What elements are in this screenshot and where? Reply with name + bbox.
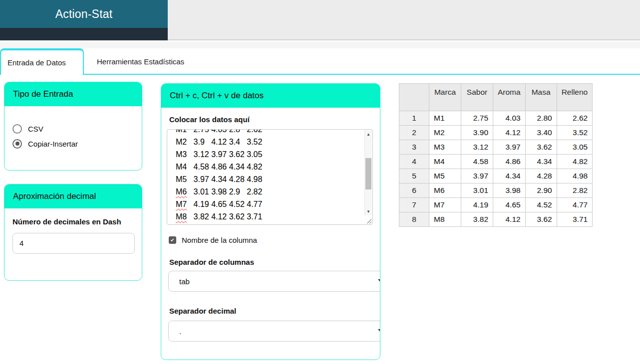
radio-button-csv[interactable] [12,124,22,134]
column-name-checkbox-label: Nombre de la columna [182,236,257,244]
dropdown-arrow-icon [378,279,380,283]
table-cell: 3.98 [493,183,526,198]
scroll-up-icon[interactable]: ▲ [365,130,372,138]
table-row: 8M83.824.123.623.71 [399,212,593,227]
table-cell: 8 [399,212,429,227]
table-cell: 3.90 [461,126,493,140]
paste-textarea-label: Colocar los datos aquí [169,115,250,124]
table-cell: 4 [399,155,429,169]
table-row: 4M44.584.864.344.82 [399,155,593,169]
table-cell: 3.82 [461,212,493,227]
table-cell: 6 [399,183,429,198]
table-cell: 5 [399,169,429,183]
table-cell: 4.58 [461,155,493,169]
table-cell: 3.12 [461,140,493,155]
textarea-line: M2 3.9 4.12 3.4 3.52 [176,136,363,148]
table-cell: 4.28 [525,169,557,183]
table-header-row: MarcaSaborAromaMasaRelleno [399,84,593,111]
table-cell: M8 [429,212,461,227]
tab-entrada-de-datos[interactable]: Entrada de Datos [0,48,84,75]
decimal-separator-select[interactable]: . [168,321,380,342]
table-cell: 2.82 [557,183,593,198]
data-textarea[interactable]: M1 2.75 4.03 2.8 2.62M2 3.9 4.12 3.4 3.5… [167,129,373,225]
input-type-panel: Tipo de Entrada CSV Copiar-Insertar [4,82,142,171]
column-separator-select[interactable]: tab [168,271,380,292]
table-cell: 4.86 [493,155,526,169]
table-cell: 4.19 [461,198,493,212]
table-cell: 4.65 [493,198,526,212]
table-cell: 3 [399,140,429,155]
dropdown-arrow-icon [378,329,380,333]
table-cell: 3.71 [557,212,593,227]
table-header-cell [399,84,429,111]
paste-textarea-content: M1 2.75 4.03 2.8 2.62M2 3.9 4.12 3.4 3.5… [167,129,363,223]
action-stat-app: { "app": { "title": "Action-Stat" }, "ta… [0,0,640,364]
table-cell: M1 [429,111,461,126]
table-header-cell: Masa [525,84,557,111]
tab-herramientas-estadisticas[interactable]: Herramientas Estadísticas [85,48,184,75]
table-cell: M7 [429,198,461,212]
scrollbar-thumb[interactable] [365,158,371,189]
input-type-panel-header: Tipo de Entrada [4,82,142,106]
table-cell: 4.34 [525,155,557,169]
table-header-cell: Sabor [461,84,493,111]
scroll-down-icon[interactable]: ▼ [365,207,372,215]
decimals-panel-title: Aproximación decimal [13,191,96,201]
table-cell: 3.01 [461,183,493,198]
radio-option-copiar-insertar[interactable]: Copiar-Insertar [12,138,142,149]
textarea-line: M6 3.01 3.98 2.9 2.82 [176,185,363,198]
decimals-panel: Aproximación decimal Número de decimales… [4,184,142,281]
table-cell: 3.97 [493,140,526,155]
table-cell: 2.62 [557,111,593,126]
tab-entrada-label: Entrada de Datos [7,58,66,67]
radio-label-csv: CSV [28,125,43,133]
table-cell: 2.80 [525,111,557,126]
table-header-cell: Relleno [557,84,593,111]
table-cell: 2.90 [525,183,557,198]
table-cell: 4.52 [525,198,557,212]
data-table: MarcaSaborAromaMasaRelleno 1M12.754.032.… [399,83,593,227]
decimals-input-label: Número de decimales en Dash [12,216,134,228]
table-row: 5M53.974.344.284.98 [399,169,593,183]
table-row: 6M63.013.982.902.82 [399,183,593,198]
textarea-line: M5 3.97 4.34 4.28 4.98 [176,173,363,185]
table-cell: M3 [429,140,461,155]
table-cell: 4.12 [493,126,526,140]
table-row: 1M12.754.032.802.62 [399,111,593,126]
app-header-brand: Action-Stat [0,0,168,28]
scrollbar-track[interactable] [365,138,372,207]
table-cell: 4.03 [493,111,526,126]
table-cell: M5 [429,169,461,183]
textarea-scrollbar[interactable]: ▲ ▼ [364,130,372,215]
radio-option-csv[interactable]: CSV [12,123,142,134]
data-table-body: 1M12.754.032.802.622M23.904.123.403.523M… [399,111,593,227]
decimals-panel-header: Aproximación decimal [4,184,142,208]
table-cell: M4 [429,155,461,169]
table-cell: 3.05 [557,140,593,155]
app-header-dark-bar [0,28,168,40]
decimal-separator-value: . [179,327,181,336]
table-cell: M6 [429,183,461,198]
tab-bar-underline [84,74,640,75]
table-cell: 3.40 [525,126,557,140]
column-name-checkbox[interactable]: ✔ [169,236,176,244]
decimals-input[interactable] [12,233,135,254]
radio-button-copiar-insertar[interactable] [12,139,22,149]
textarea-line: M3 3.12 3.97 3.62 3.05 [176,148,363,161]
input-type-panel-title: Tipo de Entrada [13,89,73,99]
table-cell: 4.77 [557,198,593,212]
data-table-head: MarcaSaborAromaMasaRelleno [399,84,593,111]
header-gap-strip [0,41,640,48]
table-cell: 4.34 [493,169,526,183]
table-cell: 2 [399,126,429,140]
table-cell: 2.75 [461,111,493,126]
textarea-resize-handle-icon[interactable] [366,218,371,223]
textarea-line: M4 4.58 4.86 4.34 4.82 [176,161,363,173]
column-name-checkbox-row[interactable]: ✔ Nombre de la columna [169,236,257,244]
table-header-cell: Aroma [493,84,526,111]
table-header-cell: Marca [429,84,461,111]
column-separator-value: tab [179,277,190,286]
paste-panel-title: Ctrl + c, Ctrl + v de datos [170,91,264,101]
paste-panel: Ctrl + c, Ctrl + v de datos Colocar los … [161,83,380,360]
textarea-line: M8 3.82 4.12 3.62 3.71 [176,210,363,223]
